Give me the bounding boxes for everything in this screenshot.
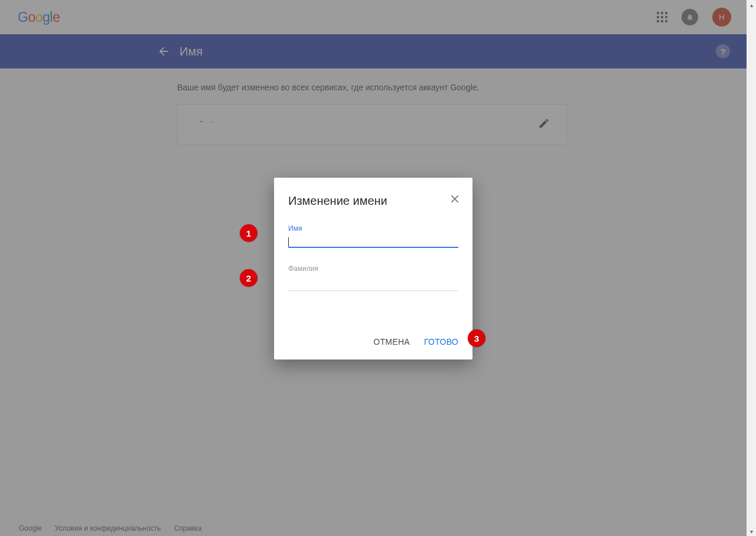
edit-name-modal: Изменение имени Имя Фамилия ОТМЕНА ГОТОВ… (274, 178, 472, 359)
last-name-input[interactable] (288, 276, 458, 290)
scroll-down-icon[interactable]: ▾ (747, 527, 756, 536)
first-name-field[interactable]: Имя (288, 224, 458, 248)
last-name-underline (288, 290, 458, 291)
step-badge-3: 3 (468, 329, 485, 347)
last-name-field[interactable]: Фамилия (288, 264, 458, 291)
close-icon[interactable] (449, 193, 461, 207)
app-root: Google Н Имя ? Ваше имя будет изменено в… (0, 0, 747, 536)
vertical-scrollbar[interactable]: ▴ ▾ (747, 0, 756, 536)
modal-actions: ОТМЕНА ГОТОВО (373, 337, 458, 347)
last-name-label: Фамилия (288, 264, 458, 273)
first-name-label: Имя (288, 224, 458, 233)
cancel-button[interactable]: ОТМЕНА (373, 337, 410, 347)
first-name-input[interactable] (288, 235, 458, 249)
scroll-up-icon[interactable]: ▴ (747, 0, 756, 9)
done-button[interactable]: ГОТОВО (424, 337, 458, 347)
step-badge-1: 1 (240, 224, 258, 242)
step-badge-2: 2 (240, 269, 258, 287)
modal-title: Изменение имени (288, 194, 458, 208)
